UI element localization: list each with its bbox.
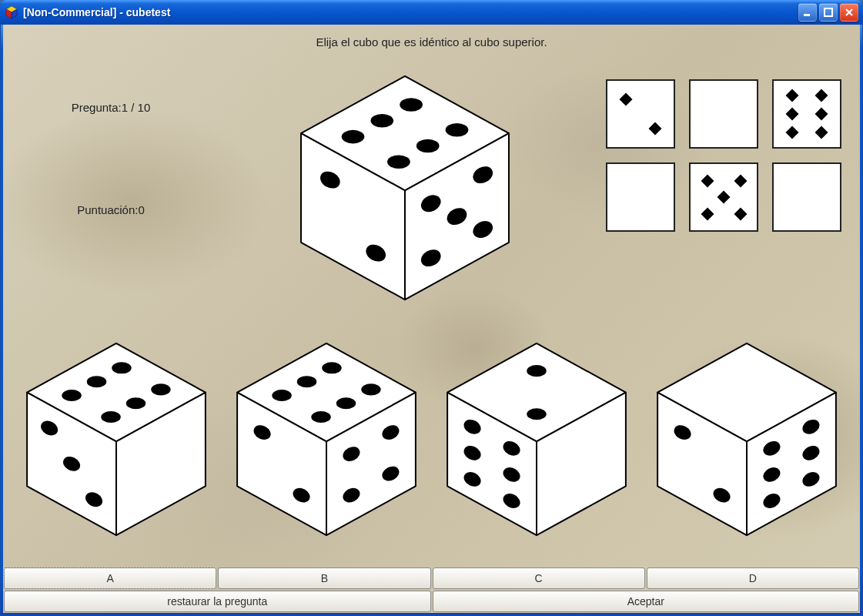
score-label: Puntuación:0 [18, 203, 203, 216]
svg-point-41 [311, 411, 330, 423]
svg-point-8 [400, 98, 423, 112]
answer-button-C[interactable]: C [433, 567, 645, 589]
face-tile-2 [772, 79, 841, 149]
answer-cube-B[interactable] [226, 339, 426, 539]
app-icon [5, 5, 18, 19]
question-counter: Pregunta:1 / 10 [18, 101, 203, 114]
svg-point-29 [101, 411, 120, 423]
svg-rect-3 [804, 14, 810, 16]
answer-button-D[interactable]: D [647, 567, 859, 589]
instruction-text: Elija el cubo que es idéntico al cubo su… [3, 25, 860, 56]
stats-panel: Pregunta:1 / 10 Puntuación:0 [18, 56, 203, 230]
answer-button-B[interactable]: B [218, 567, 430, 589]
svg-point-40 [272, 389, 291, 400]
svg-point-11 [416, 139, 439, 153]
client-area: Elija el cubo que es idéntico al cubo su… [3, 25, 860, 613]
app-window: [Non-Commercial] - cubetest Elija el cub… [0, 0, 863, 616]
minimize-button[interactable] [798, 3, 817, 22]
face-tile-4 [689, 162, 758, 232]
answer-cube-C[interactable] [437, 339, 637, 539]
titlebar: [Non-Commercial] - cubetest [0, 0, 863, 25]
maximize-button[interactable] [819, 3, 838, 22]
svg-rect-4 [825, 8, 832, 16]
answer-buttons: ABCD [3, 567, 860, 590]
svg-point-10 [370, 114, 393, 128]
svg-point-26 [86, 376, 105, 387]
svg-point-36 [322, 362, 341, 373]
svg-point-24 [112, 362, 131, 373]
answer-cube-A[interactable] [16, 339, 216, 539]
face-tile-5 [772, 162, 841, 232]
reference-cube [203, 56, 606, 318]
svg-point-12 [341, 130, 364, 144]
face-tile-3 [606, 162, 675, 232]
answer-cube-D[interactable] [647, 339, 847, 539]
svg-point-37 [361, 383, 380, 395]
svg-point-28 [62, 389, 81, 400]
svg-point-25 [151, 383, 170, 395]
accept-button[interactable]: Aceptar [433, 591, 860, 612]
svg-point-39 [336, 397, 356, 409]
answer-button-A[interactable]: A [4, 567, 216, 589]
restore-button[interactable]: restaurar la pregunta [4, 591, 431, 612]
svg-point-9 [445, 123, 468, 137]
close-button[interactable] [840, 3, 858, 22]
svg-point-38 [297, 376, 316, 387]
face-tile-1 [689, 79, 758, 149]
answer-row [3, 318, 860, 567]
face-tile-0 [606, 79, 675, 149]
svg-point-27 [125, 397, 145, 409]
face-palette [606, 56, 845, 232]
window-title: [Non-Commercial] - cubetest [23, 6, 170, 18]
svg-point-52 [527, 408, 546, 420]
svg-point-13 [387, 155, 410, 169]
svg-point-51 [527, 365, 546, 377]
